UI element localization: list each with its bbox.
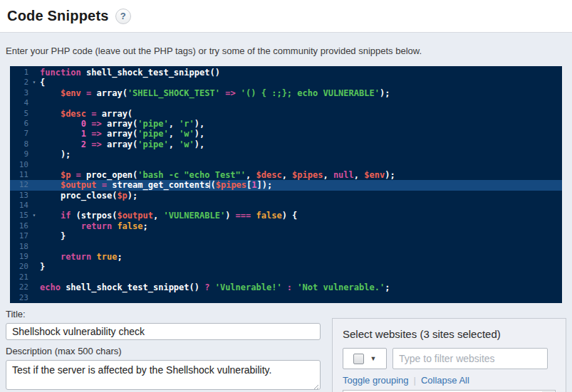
fold-spacer bbox=[28, 98, 40, 108]
code-text: $p = proc_open('bash -c "echo Test"', $d… bbox=[40, 170, 395, 180]
line-number: 6 bbox=[10, 119, 28, 129]
code-text: $env = array('SHELL_SHOCK_TEST' => '() {… bbox=[40, 88, 390, 98]
line-number: 17 bbox=[10, 231, 28, 241]
code-text: echo shell_shock_test_snippet() ? 'Vulne… bbox=[40, 282, 390, 292]
code-text: return true; bbox=[40, 252, 123, 262]
code-line[interactable]: 2▾{ bbox=[10, 78, 562, 88]
code-line[interactable]: 23 bbox=[10, 293, 562, 303]
code-text: return false; bbox=[40, 221, 148, 231]
select-all-checkbox[interactable] bbox=[353, 354, 364, 364]
code-text: 2 => array('pipe', 'w'), bbox=[40, 139, 204, 149]
collapse-all-link[interactable]: Collapse All bbox=[421, 375, 469, 386]
fold-spacer bbox=[28, 139, 40, 149]
fold-spacer bbox=[28, 293, 40, 303]
line-number: 22 bbox=[10, 282, 28, 292]
code-text: } bbox=[40, 262, 45, 272]
code-line[interactable]: 1function shell_shock_test_snippet() bbox=[10, 68, 562, 78]
code-line[interactable]: 4 bbox=[10, 98, 562, 108]
fold-spacer bbox=[28, 160, 40, 170]
code-text: ); bbox=[40, 149, 71, 159]
line-number: 20 bbox=[10, 262, 28, 272]
line-number: 18 bbox=[10, 242, 28, 252]
code-line[interactable]: 3 $env = array('SHELL_SHOCK_TEST' => '()… bbox=[10, 88, 562, 98]
code-line[interactable]: 6 0 => array('pipe', 'r'), bbox=[10, 119, 562, 129]
fold-spacer bbox=[28, 272, 40, 282]
code-line[interactable]: 7 1 => array('pipe', 'w'), bbox=[10, 129, 562, 139]
code-line[interactable]: 9 ); bbox=[10, 149, 562, 159]
code-line[interactable]: 13 proc_close($p); bbox=[10, 191, 562, 201]
code-line[interactable]: 21 bbox=[10, 272, 562, 282]
code-line[interactable]: 20} bbox=[10, 262, 562, 272]
fold-arrow-icon[interactable]: ▾ bbox=[28, 78, 40, 88]
description-label: Description (max 500 chars) bbox=[6, 346, 321, 356]
code-text: function shell_shock_test_snippet() bbox=[40, 68, 220, 78]
fold-spacer bbox=[28, 88, 40, 98]
code-line[interactable]: 17 } bbox=[10, 231, 562, 241]
filter-websites-input[interactable] bbox=[392, 348, 548, 369]
select-all-dropdown[interactable]: ▼ bbox=[343, 348, 387, 369]
line-number: 16 bbox=[10, 221, 28, 231]
fold-spacer bbox=[28, 180, 40, 190]
line-number: 1 bbox=[10, 68, 28, 78]
code-line[interactable]: 12 $output = stream_get_contents($pipes[… bbox=[10, 180, 562, 190]
code-text: } bbox=[40, 231, 66, 241]
code-line[interactable]: 10 bbox=[10, 160, 562, 170]
code-text: if (strpos($output, 'VULNERABLE') === fa… bbox=[40, 211, 297, 221]
code-text: $output = stream_get_contents($pipes[1])… bbox=[40, 180, 272, 190]
help-icon[interactable]: ? bbox=[115, 9, 131, 24]
line-number: 4 bbox=[10, 98, 28, 108]
code-line[interactable]: 16 return false; bbox=[10, 221, 562, 231]
line-number: 15 bbox=[10, 211, 28, 221]
page-header: Code Snippets ? bbox=[0, 0, 572, 32]
line-number: 9 bbox=[10, 149, 28, 159]
line-number: 14 bbox=[10, 201, 28, 211]
line-number: 23 bbox=[10, 293, 28, 303]
description-textarea[interactable]: Test if the server is affected by the Sh… bbox=[6, 360, 321, 390]
line-number: 8 bbox=[10, 139, 28, 149]
fold-spacer bbox=[28, 170, 40, 180]
fold-spacer bbox=[28, 129, 40, 139]
code-text: 0 => array('pipe', 'r'), bbox=[40, 119, 204, 129]
content-panel: Enter your PHP code (leave out the PHP t… bbox=[0, 32, 572, 392]
code-text: proc_close($p); bbox=[40, 191, 137, 201]
line-number: 2 bbox=[10, 78, 28, 88]
line-number: 10 bbox=[10, 160, 28, 170]
code-editor[interactable]: 1function shell_shock_test_snippet()2▾{3… bbox=[10, 66, 562, 303]
code-line[interactable]: 11 $p = proc_open('bash -c "echo Test"',… bbox=[10, 170, 562, 180]
code-line[interactable]: 15▾ if (strpos($output, 'VULNERABLE') ==… bbox=[10, 211, 562, 221]
description-wrap: Test if the server is affected by the Sh… bbox=[6, 360, 321, 392]
code-line[interactable]: 8 2 => array('pipe', 'w'), bbox=[10, 139, 562, 149]
code-line[interactable]: 5 $desc = array( bbox=[10, 109, 562, 119]
line-number: 7 bbox=[10, 129, 28, 139]
line-number: 12 bbox=[10, 180, 28, 190]
toggle-grouping-link[interactable]: Toggle grouping bbox=[343, 375, 409, 386]
line-number: 3 bbox=[10, 88, 28, 98]
line-number: 21 bbox=[10, 272, 28, 282]
websites-links: Toggle grouping|Collapse All bbox=[343, 375, 556, 386]
select-websites-panel: Select websites (3 sites selected) ▼ Tog… bbox=[332, 318, 566, 392]
code-text: $desc = array( bbox=[40, 109, 132, 119]
websites-controls: ▼ bbox=[343, 348, 556, 369]
select-websites-heading: Select websites (3 sites selected) bbox=[343, 328, 556, 340]
fold-spacer bbox=[28, 149, 40, 159]
intro-text: Enter your PHP code (leave out the PHP t… bbox=[6, 46, 422, 56]
fold-spacer bbox=[28, 282, 40, 292]
fold-spacer bbox=[28, 68, 40, 78]
fold-spacer bbox=[28, 262, 40, 272]
fold-spacer bbox=[28, 191, 40, 201]
title-label: Title: bbox=[6, 309, 321, 319]
code-text: { bbox=[40, 78, 45, 88]
fold-spacer bbox=[28, 252, 40, 262]
code-line[interactable]: 18 bbox=[10, 242, 562, 252]
code-line[interactable]: 22echo shell_shock_test_snippet() ? 'Vul… bbox=[10, 282, 562, 292]
fold-spacer bbox=[28, 201, 40, 211]
page: Code Snippets ? Enter your PHP code (lea… bbox=[0, 0, 572, 392]
fold-spacer bbox=[28, 221, 40, 231]
link-separator: | bbox=[414, 375, 416, 386]
code-line[interactable]: 14 bbox=[10, 201, 562, 211]
code-line[interactable]: 19 return true; bbox=[10, 252, 562, 262]
title-input[interactable] bbox=[6, 323, 321, 340]
fold-arrow-icon[interactable]: ▾ bbox=[28, 211, 40, 221]
dropdown-arrow-icon[interactable]: ▼ bbox=[370, 355, 377, 362]
fold-spacer bbox=[28, 119, 40, 129]
